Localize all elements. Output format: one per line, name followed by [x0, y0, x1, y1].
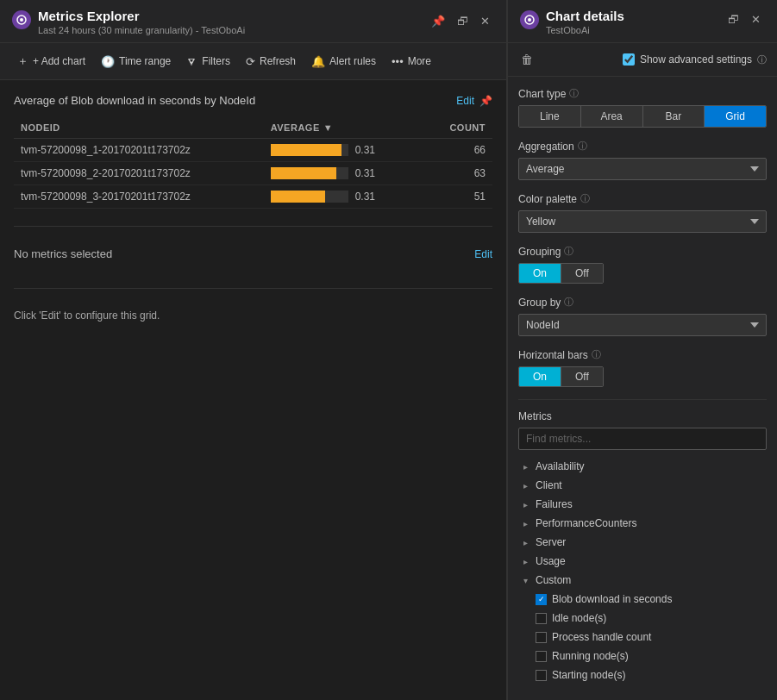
tree-child-label: Running node(s) — [552, 650, 765, 662]
tree-category-usage[interactable]: ▸ Usage — [518, 552, 767, 571]
tree-checkbox[interactable] — [536, 670, 547, 681]
svg-point-1 — [20, 18, 23, 22]
cell-count: 63 — [425, 162, 492, 185]
delete-button[interactable]: 🗑 — [518, 50, 536, 69]
cell-count: 51 — [425, 185, 492, 209]
horizontal-bars-off-button[interactable]: Off — [561, 367, 603, 386]
tree-arrow-icon: ▸ — [520, 519, 530, 528]
table-row: tvm-57200098_3-20170201t173702z 0.31 51 — [14, 185, 492, 209]
metrics-separator — [518, 399, 767, 400]
no-metrics-text: No metrics selected — [14, 247, 112, 260]
tree-child-label: Starting node(s) — [552, 669, 765, 681]
svg-point-3 — [528, 18, 531, 22]
color-palette-help-icon: ⓘ — [580, 192, 590, 205]
right-restore-button[interactable]: 🗗 — [724, 10, 743, 28]
cell-count: 66 — [425, 139, 492, 162]
group-by-help-icon: ⓘ — [564, 296, 573, 309]
right-title: Chart details — [546, 9, 624, 23]
horizontal-bars-on-button[interactable]: On — [519, 367, 561, 386]
tree-checkbox[interactable] — [536, 651, 547, 662]
tree-category-label: PerformanceCounters — [536, 517, 765, 529]
aggregation-help-icon: ⓘ — [578, 140, 587, 153]
show-advanced-checkbox[interactable] — [623, 53, 635, 66]
filter-icon: ⛛ — [186, 55, 197, 68]
refresh-button[interactable]: ⟳ Refresh — [239, 52, 303, 72]
table-row: tvm-57200098_1-20170201t173702z 0.31 66 — [14, 139, 492, 162]
horizontal-bars-group: Horizontal bars ⓘ On Off — [518, 348, 767, 387]
tree-category-server[interactable]: ▸ Server — [518, 533, 767, 552]
tree-checkbox[interactable] — [536, 613, 547, 624]
tree-checkbox[interactable] — [536, 632, 547, 643]
tree-child-1[interactable]: Idle node(s) — [534, 609, 767, 628]
time-range-button[interactable]: 🕐 Time range — [94, 52, 178, 72]
tree-arrow-icon: ▸ — [520, 538, 530, 547]
more-button[interactable]: ••• More — [385, 52, 438, 72]
grouping-group: Grouping ⓘ On Off — [518, 245, 767, 284]
no-metrics-edit-button[interactable]: Edit — [474, 248, 492, 260]
app-subtitle: Last 24 hours (30 minute granularity) - … — [38, 25, 245, 35]
tree-child-2[interactable]: Process handle count — [534, 628, 767, 647]
tree-arrow-icon: ▾ — [520, 576, 530, 585]
horizontal-bars-help-icon: ⓘ — [592, 348, 601, 361]
add-chart-icon: ＋ — [17, 53, 28, 69]
metrics-label: Metrics — [518, 410, 767, 422]
tree-category-client[interactable]: ▸ Client — [518, 476, 767, 495]
chart-title: Average of Blob download in seconds by N… — [14, 94, 255, 107]
tree-category-label: Server — [536, 536, 765, 548]
more-icon: ••• — [392, 55, 404, 68]
tree-category-performancecounters[interactable]: ▸ PerformanceCounters — [518, 514, 767, 533]
app-icon — [12, 10, 31, 29]
chart-type-label: Chart type ⓘ — [518, 87, 767, 100]
metrics-search-input[interactable] — [518, 428, 767, 450]
main-content: Average of Blob download in seconds by N… — [0, 80, 506, 700]
color-palette-select[interactable]: Yellow Blue Green Red Purple — [518, 210, 767, 233]
aggregation-label: Aggregation ⓘ — [518, 140, 767, 153]
configure-hint: Click 'Edit' to configure this grid. — [14, 309, 492, 322]
col-count: COUNT — [425, 117, 492, 139]
chart-type-buttons: Line Area Bar Grid — [518, 105, 767, 128]
chart-type-help-icon: ⓘ — [569, 87, 579, 100]
chart-type-line[interactable]: Line — [519, 106, 581, 127]
col-average: AVERAGE ▼ — [264, 117, 425, 139]
tree-category-label: Failures — [536, 498, 765, 510]
tree-category-failures[interactable]: ▸ Failures — [518, 495, 767, 514]
bottom-separator — [14, 288, 492, 289]
grouping-off-button[interactable]: Off — [561, 264, 603, 283]
show-advanced-label[interactable]: Show advanced settings — [640, 53, 752, 66]
tree-category-custom[interactable]: ▾ Custom — [518, 571, 767, 590]
right-app-icon — [520, 10, 539, 29]
restore-button[interactable]: 🗗 — [453, 12, 473, 30]
grouping-on-button[interactable]: On — [519, 264, 561, 283]
group-by-select[interactable]: NodeId None — [518, 314, 767, 336]
tree-checkbox[interactable] — [536, 594, 547, 605]
tree-child-4[interactable]: Starting node(s) — [534, 666, 767, 684]
chart-type-area[interactable]: Area — [581, 106, 643, 127]
tree-category-availability[interactable]: ▸ Availability — [518, 457, 767, 476]
refresh-icon: ⟳ — [246, 55, 255, 68]
tree-arrow-icon: ▸ — [520, 481, 530, 491]
chart-edit-area: Edit 📌 — [456, 95, 492, 107]
close-button[interactable]: ✕ — [476, 12, 494, 30]
aggregation-select[interactable]: Average Sum Count Min Max — [518, 158, 767, 180]
window-controls: 📌 🗗 ✕ — [427, 12, 494, 30]
horizontal-bars-toggle: On Off — [518, 366, 604, 387]
chart-header: Average of Blob download in seconds by N… — [14, 94, 492, 107]
tree-category-label: Client — [536, 479, 765, 491]
tree-child-0[interactable]: Blob download in seconds — [534, 590, 767, 609]
pin-button[interactable]: 📌 — [427, 12, 449, 30]
alert-rules-button[interactable]: 🔔 Alert rules — [304, 52, 383, 72]
add-chart-button[interactable]: ＋ + Add chart — [10, 50, 92, 72]
color-palette-label: Color palette ⓘ — [518, 192, 767, 205]
sort-arrow-icon: ▼ — [323, 122, 333, 133]
right-window-controls: 🗗 ✕ — [724, 10, 765, 28]
toolbar: ＋ + Add chart 🕐 Time range ⛛ Filters ⟳ R… — [0, 43, 506, 80]
chart-pin-icon: 📌 — [479, 95, 492, 107]
chart-type-grid[interactable]: Grid — [705, 106, 766, 127]
filters-button[interactable]: ⛛ Filters — [179, 52, 237, 72]
color-palette-group: Color palette ⓘ Yellow Blue Green Red Pu… — [518, 192, 767, 233]
chart-type-bar[interactable]: Bar — [643, 106, 705, 127]
right-close-button[interactable]: ✕ — [747, 10, 765, 28]
chart-edit-button[interactable]: Edit — [456, 95, 474, 107]
tree-child-3[interactable]: Running node(s) — [534, 647, 767, 666]
left-title-area: Metrics Explorer Last 24 hours (30 minut… — [12, 9, 245, 35]
